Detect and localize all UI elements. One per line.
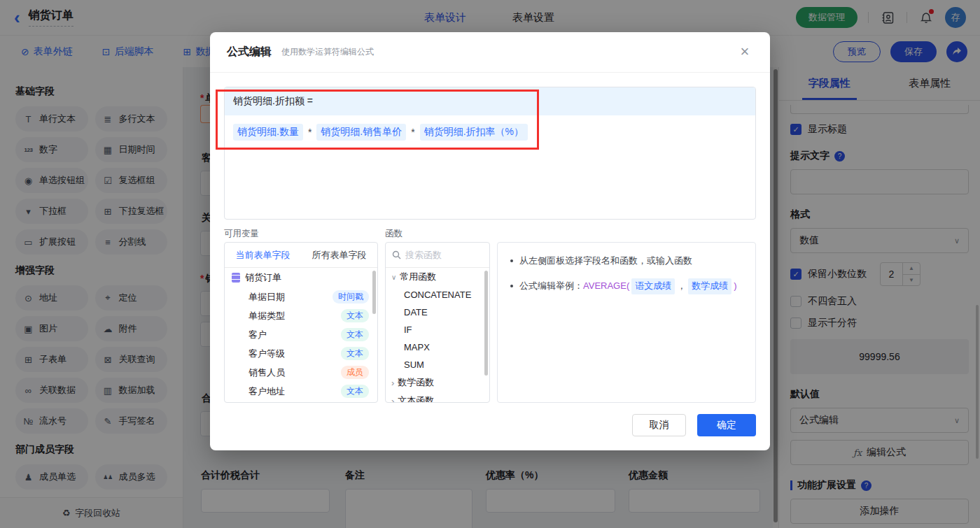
field-type-badge: 文本	[341, 309, 369, 322]
variables-tree: 单据日期 时间戳 单据类型 文本 客户 文本 客户等级	[225, 287, 377, 401]
function-collapsed-groups: 数学函数 文本函数	[386, 373, 489, 403]
formula-token[interactable]: *	[308, 127, 312, 138]
variable-field-row[interactable]: 客户 文本	[225, 325, 377, 344]
app-root: ‹ 销货订单 表单设计 表单设置 数据管理	[0, 0, 980, 528]
function-group-label: 数学函数	[398, 376, 434, 389]
formula-token[interactable]: 销货明细.销售单价	[316, 124, 406, 141]
function-item[interactable]: DATE	[386, 304, 489, 321]
variable-field-label: 单据类型	[248, 310, 285, 322]
formula-edit-modal: 公式编辑 使用数学运算符编辑公式 销货明细.折扣额 = 销货明细.数量 * 销货…	[210, 32, 770, 450]
variable-field-label: 单据日期	[248, 291, 285, 304]
variable-field-row[interactable]: 单据日期 时间戳	[225, 287, 377, 306]
search-placeholder: 搜索函数	[405, 249, 442, 262]
variable-field-row[interactable]: 单据类型 文本	[225, 306, 377, 325]
function-group-common[interactable]: 常用函数	[386, 268, 489, 286]
variable-field-label: 销售人员	[248, 366, 285, 379]
variables-panel: 当前表单字段 所有表单字段 销货订单 单据日期 时间戳 单据类型 文本	[224, 242, 378, 403]
functions-panel: 搜索函数 常用函数 CONCATENATE DATE IF MAPX SUM	[385, 242, 490, 403]
field-type-badge: 成员	[341, 366, 369, 379]
functions-section-label: 函数	[385, 228, 402, 240]
function-group-label: 常用函数	[400, 271, 436, 283]
field-type-badge: 文本	[341, 385, 369, 398]
bullet-icon	[510, 285, 513, 287]
help-line-2: 公式编辑举例：AVERAGE(语文成绩，数学成绩)	[510, 278, 743, 294]
variables-section-label: 可用变量	[224, 228, 259, 240]
function-group-collapsed[interactable]: 文本函数	[386, 392, 489, 403]
variable-field-row[interactable]: 销售人员 成员	[225, 363, 377, 382]
function-item[interactable]: CONCATENATE	[386, 286, 489, 304]
variable-field-row[interactable]: 客户地址 文本	[225, 382, 377, 401]
example-field-chip: 数学成绩	[688, 278, 732, 294]
functions-scrollbar-thumb[interactable]	[484, 271, 488, 376]
variables-root-label: 销货订单	[245, 271, 281, 284]
caret-right-icon	[391, 378, 394, 388]
tab-all-form-fields[interactable]: 所有表单字段	[301, 243, 377, 267]
formula-editor[interactable]: 销货明细.折扣额 = 销货明细.数量 * 销货明细.销售单价 * 销货明细.折扣…	[224, 87, 756, 220]
formula-token[interactable]: *	[411, 127, 414, 138]
document-icon	[232, 273, 240, 283]
function-group-collapsed[interactable]: 数学函数	[386, 373, 489, 392]
example-close-paren: )	[734, 279, 736, 294]
function-group-label: 文本函数	[398, 394, 434, 403]
cancel-button[interactable]: 取消	[632, 414, 686, 436]
variable-field-label: 客户地址	[248, 385, 285, 398]
variable-field-label: 客户	[248, 329, 267, 341]
field-type-badge: 时间戳	[332, 290, 369, 304]
modal-header: 公式编辑 使用数学运算符编辑公式	[210, 32, 770, 73]
caret-right-icon	[391, 396, 394, 404]
caret-down-icon	[391, 273, 396, 281]
function-item[interactable]: SUM	[386, 356, 489, 373]
example-function-name: AVERAGE(	[583, 279, 629, 294]
function-list: CONCATENATE DATE IF MAPX SUM	[386, 286, 489, 373]
function-item[interactable]: IF	[386, 321, 489, 338]
formula-help-box: 从左侧面板选择字段名和函数，或输入函数 公式编辑举例：AVERAGE(语文成绩，…	[497, 242, 756, 403]
variables-tree-root[interactable]: 销货订单	[225, 268, 377, 287]
search-icon	[392, 250, 401, 259]
variable-field-row[interactable]: 客户等级 文本	[225, 344, 377, 363]
field-type-badge: 文本	[341, 347, 369, 360]
formula-expression: 销货明细.数量 * 销货明细.销售单价 * 销货明细.折扣率（%）	[225, 115, 755, 149]
variables-tabs: 当前表单字段 所有表单字段	[225, 243, 377, 268]
formula-token[interactable]: 销货明细.折扣率（%）	[420, 124, 528, 141]
formula-target: 销货明细.折扣额 =	[225, 87, 755, 115]
example-field-chip: 语文成绩	[631, 278, 675, 294]
confirm-button[interactable]: 确定	[697, 414, 756, 436]
function-search-input[interactable]: 搜索函数	[386, 243, 489, 268]
variable-field-label: 客户等级	[248, 348, 285, 360]
modal-title: 公式编辑	[227, 45, 272, 59]
modal-subtitle: 使用数学运算符编辑公式	[281, 46, 374, 58]
tab-current-form-fields[interactable]: 当前表单字段	[225, 243, 301, 267]
field-type-badge: 文本	[341, 328, 369, 341]
function-item[interactable]: MAPX	[386, 338, 489, 356]
variables-scrollbar-thumb[interactable]	[372, 271, 376, 314]
bullet-icon	[510, 259, 513, 262]
close-icon[interactable]	[735, 42, 755, 62]
formula-token[interactable]: 销货明细.数量	[233, 124, 303, 141]
help-line-1: 从左侧面板选择字段名和函数，或输入函数	[510, 254, 743, 269]
